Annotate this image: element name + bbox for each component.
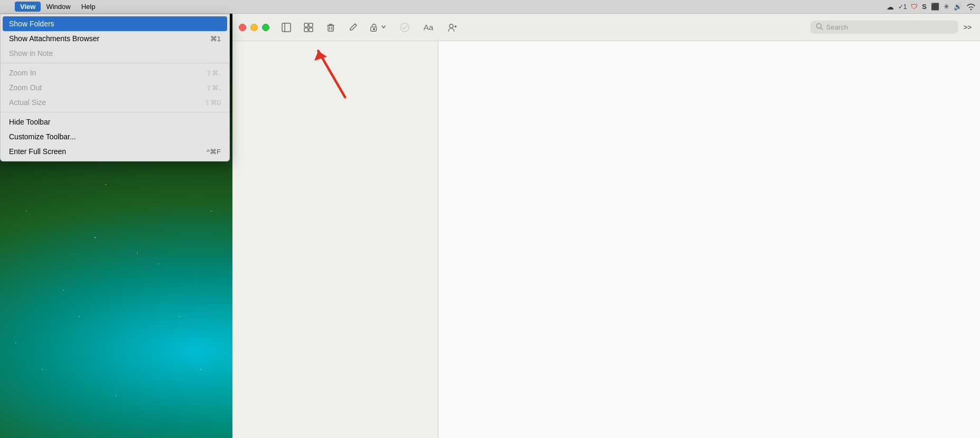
display-icon: ⬛ [931, 3, 939, 11]
menubar-left: View Window Help [4, 2, 100, 12]
format-button[interactable]: Aa [417, 18, 440, 37]
cloudup-icon: ☁ [886, 3, 894, 11]
check-button[interactable] [395, 18, 414, 37]
window-content [232, 41, 980, 438]
search-icon [816, 23, 823, 32]
delete-button[interactable] [321, 18, 340, 37]
notes-detail [438, 41, 980, 438]
svg-rect-5 [309, 28, 313, 32]
svg-point-10 [374, 28, 375, 30]
svg-rect-0 [282, 23, 291, 32]
format-label: Aa [424, 23, 433, 32]
search-input[interactable] [826, 23, 953, 31]
menu-separator-1 [1, 63, 229, 63]
menu-item-zoom-out-shortcut: ⇧⌘, [206, 84, 221, 92]
menubar: View Window Help ☁ ✓1 🛡 S ⬛ ✳ 🔊 [0, 0, 980, 14]
svg-rect-2 [304, 23, 308, 27]
grid-view-button[interactable] [299, 18, 318, 37]
view-dropdown-menu: Show Folders Show Attachments Browser ⌘1… [0, 14, 230, 161]
menu-item-zoom-in: Zoom In ⇧⌘. [1, 65, 229, 80]
menu-item-show-in-note-label: Show in Note [9, 49, 53, 58]
menu-item-show-folders[interactable]: Show Folders [3, 16, 227, 31]
menu-item-actual-size-shortcut: ⇧⌘0 [204, 99, 221, 107]
menu-item-show-attachments-shortcut: ⌘1 [210, 35, 221, 43]
checkmark-circle-icon [400, 23, 409, 32]
minimize-button[interactable] [250, 24, 258, 31]
notes-sidebar [232, 41, 438, 438]
menu-item-enter-fullscreen[interactable]: Enter Full Screen ^⌘F [1, 144, 229, 159]
add-person-icon [447, 23, 457, 32]
traffic-lights [239, 24, 269, 31]
svg-point-12 [450, 24, 453, 27]
window-toolbar: Aa >> [232, 14, 980, 41]
menu-item-zoom-in-shortcut: ⇧⌘. [206, 69, 221, 77]
lock-dropdown-icon [379, 23, 388, 32]
menubar-window[interactable]: Window [41, 2, 76, 12]
menu-item-show-in-note: Show in Note [1, 46, 229, 61]
svg-point-11 [400, 23, 409, 32]
new-note-button[interactable] [343, 18, 362, 37]
expand-toolbar-button[interactable]: >> [962, 21, 974, 33]
menu-item-show-folders-label: Show Folders [9, 20, 54, 28]
menubar-apple[interactable] [4, 6, 15, 8]
close-button[interactable] [239, 24, 246, 31]
notes-window: Aa >> [232, 14, 980, 438]
menu-item-show-attachments[interactable]: Show Attachments Browser ⌘1 [1, 31, 229, 46]
omnifocus-icon: ✓1 [898, 3, 907, 11]
volume-icon: 🔊 [954, 3, 962, 11]
menubar-view[interactable]: View [15, 2, 41, 12]
menu-item-zoom-out-label: Zoom Out [9, 83, 42, 92]
menu-item-show-attachments-label: Show Attachments Browser [9, 34, 99, 43]
search-box[interactable] [810, 21, 958, 34]
svg-rect-4 [304, 28, 308, 32]
svg-rect-6 [328, 25, 333, 31]
menu-item-enter-fullscreen-shortcut: ^⌘F [207, 148, 221, 156]
menu-item-zoom-in-label: Zoom In [9, 69, 36, 77]
menu-separator-2 [1, 112, 229, 112]
svg-line-16 [820, 28, 823, 30]
menu-item-zoom-out: Zoom Out ⇧⌘, [1, 80, 229, 95]
svg-rect-3 [309, 23, 313, 27]
menu-item-customize-toolbar[interactable]: Customize Toolbar... [1, 129, 229, 144]
menu-item-hide-toolbar[interactable]: Hide Toolbar [1, 115, 229, 129]
grid-view-icon [304, 23, 313, 32]
menu-item-customize-toolbar-label: Customize Toolbar... [9, 132, 76, 141]
antivirus-icon: 🛡 [911, 3, 918, 11]
wifi-icon [966, 3, 976, 11]
sidebar-toggle-icon [282, 23, 291, 32]
menu-item-actual-size: Actual Size ⇧⌘0 [1, 95, 229, 110]
add-collaborator-button[interactable] [443, 18, 462, 37]
lock-icon [369, 23, 379, 32]
trash-icon [326, 23, 335, 32]
maximize-button[interactable] [262, 24, 269, 31]
lock-button[interactable] [366, 18, 392, 37]
menu-item-actual-size-label: Actual Size [9, 98, 46, 107]
sidebar-toggle-button[interactable] [277, 18, 296, 37]
setapp-icon: S [922, 3, 927, 11]
menubar-help[interactable]: Help [76, 2, 101, 12]
bluetooth-icon: ✳ [944, 3, 949, 11]
menubar-right: ☁ ✓1 🛡 S ⬛ ✳ 🔊 [886, 3, 976, 11]
menu-item-enter-fullscreen-label: Enter Full Screen [9, 147, 66, 156]
compose-icon [348, 23, 358, 32]
menu-item-hide-toolbar-label: Hide Toolbar [9, 118, 50, 126]
